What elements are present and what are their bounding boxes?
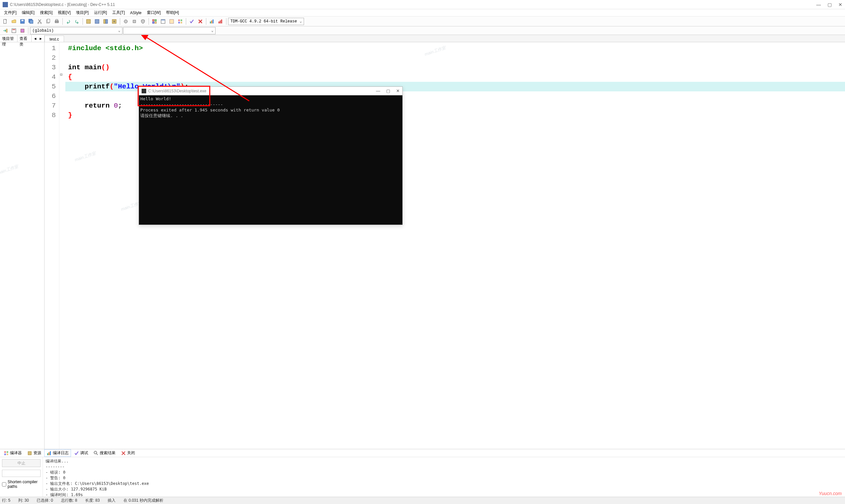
save-button[interactable] — [18, 17, 27, 25]
stop-button[interactable] — [130, 17, 138, 25]
window1-button[interactable] — [159, 17, 167, 25]
side-nav-prev[interactable]: ◄ — [32, 37, 38, 40]
svg-rect-14 — [106, 19, 108, 23]
menu-window[interactable]: 窗口[W] — [144, 9, 163, 16]
side-nav-next[interactable]: ► — [38, 37, 43, 40]
svg-point-16 — [124, 20, 127, 23]
svg-rect-8 — [47, 19, 50, 22]
compile-progress — [2, 470, 40, 477]
run-button[interactable] — [93, 17, 101, 25]
minimize-button[interactable]: — — [816, 2, 821, 7]
fold-mark-icon[interactable]: ⊟ — [60, 72, 63, 77]
side-tab-project[interactable]: 项目管理 — [0, 35, 17, 42]
svg-rect-25 — [178, 19, 180, 21]
fold-column: ⊟ — [59, 42, 65, 449]
console-maximize-button[interactable]: ▢ — [386, 88, 390, 93]
rebuild-button[interactable] — [110, 17, 118, 25]
compiler-combo[interactable]: TDM-GCC 4.9.2 64-bit Release — [228, 18, 304, 25]
console-minimize-button[interactable]: — — [376, 88, 380, 93]
menu-tools[interactable]: 工具[T] — [110, 9, 127, 16]
svg-rect-26 — [180, 19, 182, 21]
svg-rect-44 — [28, 452, 31, 455]
menu-project[interactable]: 项目[P] — [73, 9, 91, 16]
svg-rect-17 — [133, 20, 136, 23]
svg-rect-36 — [12, 29, 16, 33]
tab-resource[interactable]: 资源 — [25, 449, 43, 457]
menu-edit[interactable]: 编辑[E] — [19, 9, 37, 16]
file-tab-testc[interactable]: test.c — [45, 36, 64, 42]
redo-button[interactable] — [73, 17, 81, 25]
debug-button[interactable] — [122, 17, 130, 25]
svg-rect-38 — [21, 29, 24, 32]
save-all-button[interactable] — [27, 17, 35, 25]
tab-close[interactable]: 关闭 — [119, 449, 137, 457]
tab-search-results[interactable]: 搜索结果 — [91, 449, 118, 457]
menu-search[interactable]: 搜索[S] — [37, 9, 55, 16]
bottom-tabs: 编译器 资源 编译日志 调试 搜索结果 关闭 — [0, 449, 845, 457]
check-button[interactable] — [188, 17, 196, 25]
grid1-button[interactable] — [151, 17, 158, 25]
status-selected: 已选择: 0 — [37, 498, 53, 503]
svg-rect-2 — [21, 20, 23, 21]
chart2-button[interactable] — [216, 17, 225, 25]
console-titlebar: C:\Users\86153\Desktop\test.exe — ▢ ✕ — [139, 87, 402, 95]
svg-rect-18 — [153, 19, 154, 21]
bottom-left-controls: 中止 Shorten compiler paths — [0, 457, 43, 499]
console-close-button[interactable]: ✕ — [396, 88, 400, 93]
statusbar: 行: 5 列: 30 已选择: 0 总行数: 8 长度: 83 插入 在 0.0… — [0, 497, 845, 504]
chart1-button[interactable] — [208, 17, 216, 25]
class-button[interactable] — [18, 27, 27, 35]
close-button[interactable]: ✕ — [839, 2, 842, 7]
side-panel: 项目管理 查看类 ◄ ► — [0, 35, 45, 449]
bookmark-button[interactable] — [10, 27, 18, 35]
open-file-button[interactable] — [10, 17, 18, 25]
functions-combo[interactable] — [123, 27, 215, 34]
svg-rect-20 — [153, 22, 154, 23]
shield-button[interactable] — [139, 17, 147, 25]
error-button[interactable] — [196, 17, 204, 25]
tab-compile-log[interactable]: 编译日志 — [44, 449, 71, 457]
menu-file[interactable]: 文件[F] — [1, 9, 19, 16]
window2-button[interactable] — [168, 17, 176, 25]
menu-view[interactable]: 视图[V] — [55, 9, 73, 16]
abort-button[interactable]: 中止 — [2, 459, 40, 467]
compile-button[interactable] — [85, 17, 92, 25]
svg-rect-31 — [213, 19, 214, 23]
tab-compiler[interactable]: 编译器 — [1, 449, 24, 457]
tab-debug[interactable]: 调试 — [72, 449, 90, 457]
site-watermark: Yuucn.com — [818, 491, 842, 496]
svg-rect-10 — [56, 19, 58, 21]
svg-point-48 — [94, 451, 97, 454]
compile-run-button[interactable] — [102, 17, 110, 25]
toolbar-main: TDM-GCC 4.9.2 64-bit Release — [0, 17, 845, 26]
menu-run[interactable]: 运行[R] — [91, 9, 110, 16]
globals-combo[interactable]: (globals) — [30, 27, 122, 34]
maximize-button[interactable]: ▢ — [828, 2, 832, 7]
svg-rect-42 — [4, 453, 6, 455]
side-tab-class[interactable]: 查看类 — [17, 35, 32, 42]
shorten-paths-checkbox[interactable]: Shorten compiler paths — [2, 480, 40, 489]
console-icon — [142, 89, 146, 93]
copy-button[interactable] — [44, 17, 52, 25]
print-button[interactable] — [53, 17, 61, 25]
svg-rect-4 — [30, 20, 33, 23]
grid2-button[interactable] — [176, 17, 184, 25]
svg-rect-41 — [6, 451, 8, 453]
line-gutter: 1 2 3 4 5 6 7 8 — [45, 42, 59, 449]
svg-rect-46 — [49, 452, 50, 455]
new-file-button[interactable] — [1, 17, 9, 25]
toolbar-secondary: (globals) — [0, 26, 845, 35]
compile-output[interactable]: 编译结果... -------- - 错误: 0 - 警告: 0 - 输出文件名… — [43, 457, 845, 499]
goto-button[interactable] — [1, 27, 9, 35]
menu-astyle[interactable]: AStyle — [127, 10, 144, 16]
svg-rect-37 — [13, 29, 15, 30]
console-output[interactable]: Hello World! ---------------------------… — [139, 95, 402, 224]
svg-rect-30 — [211, 20, 212, 23]
status-total-lines: 总行数: 8 — [61, 498, 77, 503]
console-window: C:\Users\86153\Desktop\test.exe — ▢ ✕ He… — [139, 86, 403, 225]
app-icon — [3, 2, 8, 7]
menu-help[interactable]: 帮助[H] — [163, 9, 181, 16]
status-insert-mode: 插入 — [108, 498, 116, 503]
undo-button[interactable] — [64, 17, 72, 25]
cut-button[interactable] — [36, 17, 43, 25]
